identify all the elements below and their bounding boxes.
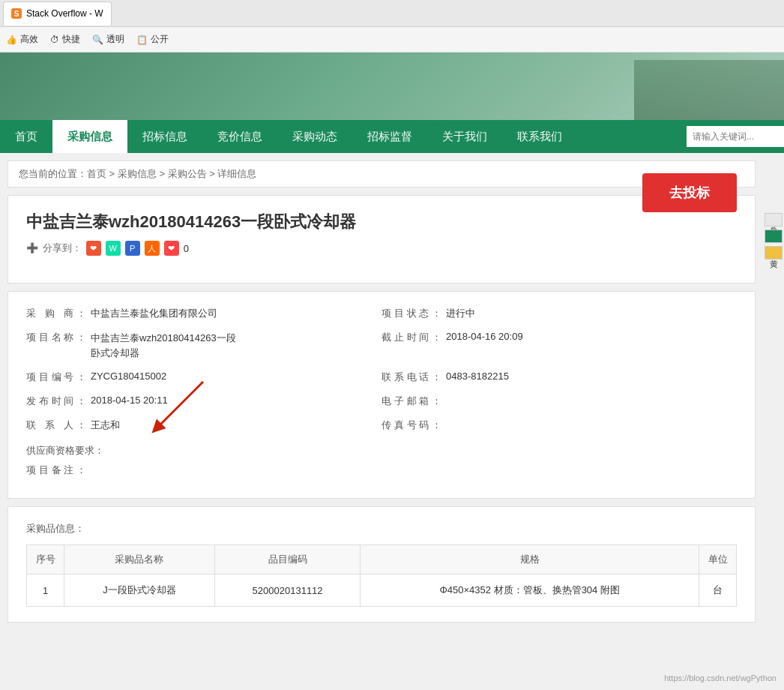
email-label: 电子邮箱： — [382, 394, 441, 408]
share-icon-5[interactable]: ❤ — [164, 241, 179, 256]
share-icon-2[interactable]: W — [106, 241, 121, 256]
purchase-table-head: 序号 采购品名称 品目编码 规格 单位 — [27, 545, 737, 574]
detail-deadline-right: 截止时间： 2018-04-16 20:09 — [382, 331, 737, 360]
detail-grid: 采 购 商： 中盐吉兰泰盐化集团有限公司 项目状态： 进行中 项目名称： 中盐吉… — [26, 307, 737, 432]
main-content-area: 您当前的位置：首页 > 采购信息 > 采购公告 > 详细信息 中盐吉兰泰wzh2… — [0, 153, 763, 678]
bookmark-fast-label: 快捷 — [62, 33, 80, 46]
nav-search-input[interactable] — [687, 126, 784, 147]
breadcrumb-text: 您当前的位置：首页 > 采购信息 > 采购公告 > 详细信息 — [19, 168, 256, 179]
extra-fields: 供应商资格要求： 项目备注： — [26, 444, 737, 477]
detail-pubtime-left: 发布时间： 2018-04-15 20:11 — [26, 394, 382, 408]
cell-no: 1 — [27, 574, 64, 607]
bookmark-transparent[interactable]: 🔍 透明 — [92, 33, 124, 46]
detail-status-row: 项目状态： 进行中 — [382, 307, 737, 320]
pubtime-value: 2018-04-15 20:11 — [91, 394, 168, 406]
article-title: 中盐吉兰泰wzh20180414263一段卧式冷却器 — [26, 211, 356, 233]
col-header-spec: 规格 — [361, 545, 699, 574]
detail-phone-row: 联系电话： 0483-8182215 — [382, 370, 737, 384]
article-header-card: 中盐吉兰泰wzh20180414263一段卧式冷却器 ➕ 分享到： ❤ W P … — [7, 195, 756, 284]
projno-value: ZYCG180415002 — [91, 370, 166, 382]
nav-dynamics[interactable]: 采购动态 — [277, 120, 352, 153]
nav-procurement[interactable]: 采购信息 — [52, 120, 127, 153]
detail-fax-right: 传真号码： — [382, 418, 737, 432]
cell-code: 5200020131112 — [214, 574, 361, 607]
sidebar-tab-announcement[interactable]: 公告 — [765, 213, 783, 226]
detail-left: 采 购 商： 中盐吉兰泰盐化集团有限公司 — [26, 307, 382, 320]
fax-label: 传真号码： — [382, 418, 441, 432]
bookmark-fast-icon: ⏱ — [50, 34, 59, 45]
share-plus-icon: ➕ — [26, 242, 38, 254]
share-label: ➕ 分享到： — [26, 242, 82, 255]
project-note-row: 项目备注： — [26, 464, 737, 477]
sidebar-tab-yellow[interactable]: 黄 — [765, 246, 783, 260]
detail-email-row: 电子邮箱： — [382, 394, 737, 408]
page-body: 您当前的位置：首页 > 采购信息 > 采购公告 > 详细信息 中盐吉兰泰wzh2… — [0, 153, 784, 678]
phone-label: 联系电话： — [382, 370, 441, 384]
hero-overlay — [634, 60, 784, 120]
detail-projno-left: 项目编号： ZYCG180415002 — [26, 370, 382, 384]
cell-unit: 台 — [699, 574, 737, 607]
share-icon-3[interactable]: P — [125, 241, 140, 256]
share-icon-1[interactable]: ❤ — [86, 241, 101, 256]
detail-right: 项目状态： 进行中 — [382, 307, 737, 320]
detail-projno-row: 项目编号： ZYCG180415002 — [26, 370, 382, 384]
supplier-req-row: 供应商资格要求： — [26, 444, 737, 458]
sidebar-tab-green[interactable]: 吉 — [765, 230, 783, 243]
purchase-table-body: 1 J一段卧式冷却器 5200020131112 Φ450×4352 材质：管板… — [27, 574, 737, 607]
nav-about[interactable]: 关于我们 — [427, 120, 502, 153]
projno-label: 项目编号： — [26, 370, 86, 384]
bookmark-efficient[interactable]: 👍 高效 — [6, 33, 38, 46]
purchase-header: 采购品信息： — [26, 522, 737, 536]
nav-contact[interactable]: 联系我们 — [502, 120, 577, 153]
stackoverflow-favicon: S — [11, 8, 22, 19]
detail-contact-row: 联 系 人： 王志和 — [26, 418, 382, 432]
table-row: 1 J一段卧式冷却器 5200020131112 Φ450×4352 材质：管板… — [27, 574, 737, 607]
detail-pubtime-row: 发布时间： 2018-04-15 20:11 — [26, 394, 382, 408]
bid-button[interactable]: 去投标 — [642, 173, 737, 212]
nav-bidding[interactable]: 招标信息 — [127, 120, 202, 153]
nav-supervision[interactable]: 招标监督 — [352, 120, 427, 153]
detail-section: 采 购 商： 中盐吉兰泰盐化集团有限公司 项目状态： 进行中 项目名称： 中盐吉… — [7, 291, 756, 499]
hero-banner — [0, 52, 784, 120]
bookmark-fast[interactable]: ⏱ 快捷 — [50, 33, 80, 46]
deadline-value: 2018-04-16 20:09 — [446, 331, 523, 342]
main-nav: 首页 采购信息 招标信息 竞价信息 采购动态 招标监督 关于我们 联系我们 — [0, 120, 784, 153]
purchase-section-label: 采购品信息： — [26, 522, 85, 536]
detail-project-name-left: 项目名称： 中盐吉兰泰wzh20180414263一段卧式冷却器 — [26, 331, 382, 360]
share-bar: ➕ 分享到： ❤ W P 人 ❤ 0 — [26, 241, 356, 256]
bookmark-public-label: 公开 — [151, 33, 169, 46]
bookmark-efficient-label: 高效 — [20, 33, 38, 46]
nav-competitive[interactable]: 竞价信息 — [202, 120, 277, 153]
tab-label-stackoverflow: Stack Overflow - W — [26, 8, 103, 19]
detail-phone-right: 联系电话： 0483-8182215 — [382, 370, 737, 384]
purchaser-value: 中盐吉兰泰盐化集团有限公司 — [91, 307, 217, 320]
share-icon-4[interactable]: 人 — [145, 241, 160, 256]
project-name-value: 中盐吉兰泰wzh20180414263一段卧式冷却器 — [91, 331, 241, 360]
bookmark-transparent-icon: 🔍 — [92, 34, 103, 45]
project-note-label: 项目备注： — [26, 464, 86, 477]
detail-fax-row: 传真号码： — [382, 418, 737, 432]
contact-value: 王志和 — [91, 418, 120, 432]
supplier-req-label: 供应商资格要求： — [26, 444, 104, 458]
tab-stackoverflow[interactable]: S Stack Overflow - W — [3, 2, 112, 26]
bookmark-public-icon: 📋 — [136, 34, 148, 45]
nav-home[interactable]: 首页 — [0, 120, 52, 153]
contact-label: 联 系 人： — [26, 418, 86, 432]
col-header-name: 采购品名称 — [64, 545, 215, 574]
right-sidebar: 公告 吉 黄 — [763, 153, 784, 678]
bookmark-transparent-label: 透明 — [106, 33, 124, 46]
share-count: 0 — [184, 243, 189, 254]
bookmark-public[interactable]: 📋 公开 — [136, 33, 169, 46]
project-name-label: 项目名称： — [26, 331, 86, 344]
status-value: 进行中 — [446, 307, 475, 320]
detail-contact-left: 联 系 人： 王志和 — [26, 418, 382, 432]
purchase-table-header-row: 序号 采购品名称 品目编码 规格 单位 — [27, 545, 737, 574]
purchaser-label: 采 购 商： — [26, 307, 86, 320]
col-header-unit: 单位 — [699, 545, 737, 574]
article-title-area: 中盐吉兰泰wzh20180414263一段卧式冷却器 ➕ 分享到： ❤ W P … — [26, 211, 356, 268]
detail-project-name-row: 项目名称： 中盐吉兰泰wzh20180414263一段卧式冷却器 — [26, 331, 382, 360]
nav-search-area — [687, 126, 784, 147]
col-header-no: 序号 — [27, 545, 64, 574]
detail-purchaser-row: 采 购 商： 中盐吉兰泰盐化集团有限公司 — [26, 307, 382, 320]
cell-name: J一段卧式冷却器 — [64, 574, 215, 607]
